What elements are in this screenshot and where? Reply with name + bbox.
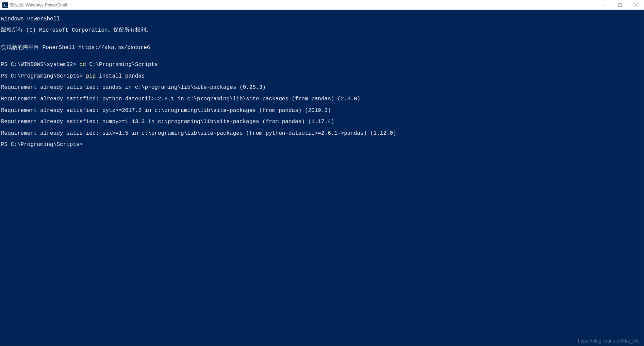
svg-rect-0 bbox=[3, 3, 7, 7]
titlebar[interactable]: 管理员: Windows PowerShell bbox=[0, 0, 644, 10]
terminal-line: Requirement already satisfied: python-da… bbox=[1, 96, 643, 102]
terminal-area[interactable]: Windows PowerShell 版权所有 (C) Microsoft Co… bbox=[0, 10, 644, 346]
terminal-line: Requirement already satisfied: pytz>=201… bbox=[1, 108, 643, 114]
terminal-line: PS C:\WINDOWS\system32> cd C:\Programing… bbox=[1, 62, 643, 68]
maximize-button[interactable] bbox=[612, 0, 628, 10]
command: cd bbox=[79, 62, 89, 68]
prompt: PS C:\Programing\Scripts> bbox=[1, 73, 86, 79]
terminal-line: Requirement already satisfied: six>=1.5 … bbox=[1, 131, 643, 136]
terminal-line: 尝试新的跨平台 PowerShell https://aka.ms/pscore… bbox=[1, 45, 643, 51]
powershell-icon bbox=[2, 2, 8, 8]
prompt: PS C:\Programing\Scripts> bbox=[1, 142, 83, 148]
command-arg: install pandas bbox=[99, 73, 145, 79]
window-controls bbox=[597, 0, 644, 10]
terminal-line: PS C:\Programing\Scripts> bbox=[1, 142, 643, 148]
terminal-line: 版权所有 (C) Microsoft Corporation。保留所有权利。 bbox=[1, 28, 643, 33]
svg-rect-3 bbox=[619, 3, 622, 6]
terminal-line: Requirement already satisfied: pandas in… bbox=[1, 85, 643, 90]
close-button[interactable] bbox=[628, 0, 644, 10]
terminal-line: PS C:\Programing\Scripts> pip install pa… bbox=[1, 73, 643, 79]
window-title: 管理员: Windows PowerShell bbox=[10, 2, 597, 8]
terminal-line: Requirement already satisfied: numpy>=1.… bbox=[1, 119, 643, 125]
terminal-line: Windows PowerShell bbox=[1, 16, 643, 22]
command: pip bbox=[86, 73, 99, 79]
watermark: https://blog.csdn.net/Mrs_Wu bbox=[578, 339, 640, 344]
powershell-window: 管理员: Windows PowerShell Windows PowerShe… bbox=[0, 0, 644, 346]
prompt: PS C:\WINDOWS\system32> bbox=[1, 62, 79, 68]
command-arg: C:\Programing\Scripts bbox=[89, 62, 158, 68]
minimize-button[interactable] bbox=[597, 0, 612, 10]
